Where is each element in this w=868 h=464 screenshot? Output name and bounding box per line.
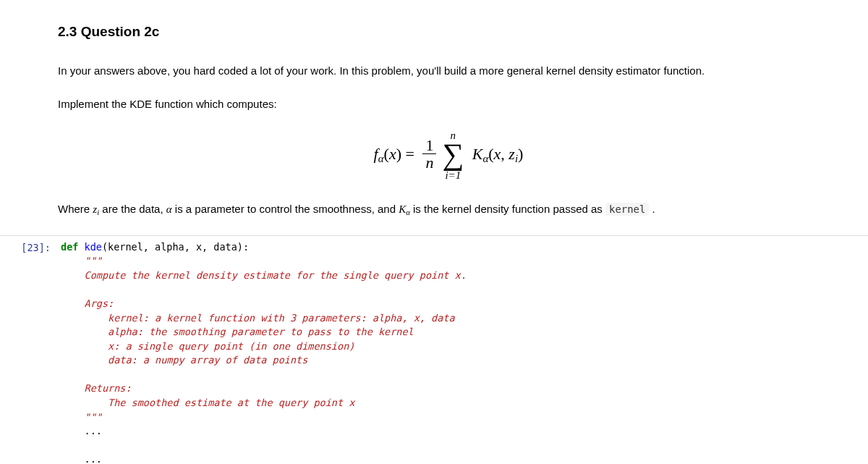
def-keyword: def [61, 241, 78, 253]
page-root: 2.3 Question 2c In your answers above, y… [0, 0, 868, 464]
zi-z: z [509, 145, 515, 163]
ellipsis-1: ... [61, 425, 102, 436]
fraction: 1n [422, 138, 436, 171]
formula-block: fα(x) = 1nn∑i=1 Kα(x, zi) [58, 130, 839, 181]
denominator: n [422, 153, 436, 171]
docstring-line: Compute the kernel density estimate for … [61, 269, 467, 281]
input-prompt: [23]: [0, 236, 58, 464]
text-prefix: Where [58, 203, 93, 215]
code-area[interactable]: def kde(kernel, alpha, x, data): """ Com… [58, 236, 868, 464]
kde-formula: fα(x) = 1nn∑i=1 Kα(x, zi) [374, 130, 524, 181]
docstring-arg-kernel: kernel: a kernel function with 3 paramet… [61, 312, 455, 324]
docstring-arg-x: x: a single query point (in one dimensio… [61, 340, 354, 352]
sigma-symbol: ∑ [442, 142, 464, 168]
x-arg-2: x [494, 145, 501, 163]
f-subscript: α [378, 153, 384, 164]
close-paren-1: ) [396, 145, 401, 163]
docstring-args-label: Args: [61, 298, 114, 309]
ellipsis-2: ... [61, 453, 102, 464]
alpha-inline: α [166, 203, 172, 215]
zi-inline: zi [93, 203, 99, 215]
sum-lower: i=1 [442, 168, 464, 181]
docstring-close: """ [61, 411, 102, 423]
text-suffix: . [649, 203, 655, 215]
function-name: kde [85, 241, 102, 253]
code-cell: [23]: def kde(kernel, alpha, x, data): "… [0, 235, 868, 464]
numerator: 1 [422, 138, 436, 153]
instruction-paragraph: Implement the KDE function which compute… [58, 96, 839, 113]
explanation-paragraph: Where zi are the data, α is a parameter … [58, 201, 839, 218]
comma: , [501, 145, 509, 163]
section-heading: 2.3 Question 2c [58, 22, 839, 43]
text-mid3: is the kernel density function passed as [410, 203, 605, 215]
equals-sign: = [401, 145, 418, 163]
kernel-code-inline: kernel [605, 203, 649, 216]
open-paren-1: ( [384, 145, 389, 163]
K-symbol: K [472, 145, 483, 163]
docstring-return-line: The smoothed estimate at the query point… [61, 397, 354, 408]
signature: (kernel, alpha, x, data): [102, 241, 249, 253]
markdown-cell: 2.3 Question 2c In your answers above, y… [0, 22, 868, 218]
intro-paragraph: In your answers above, you hard coded a … [58, 63, 839, 80]
x-arg-1: x [389, 145, 396, 163]
docstring-arg-alpha: alpha: the smoothing parameter to pass t… [61, 326, 414, 337]
text-mid1: are the data, [99, 203, 166, 215]
open-paren-2: ( [488, 145, 493, 163]
docstring-open: """ [61, 255, 102, 266]
docstring-returns-label: Returns: [61, 382, 132, 394]
docstring-arg-data: data: a numpy array of data points [61, 354, 307, 366]
close-paren-2: ) [518, 145, 523, 163]
text-mid2: is a parameter to control the smoothness… [172, 203, 399, 215]
summation: n∑i=1 [442, 130, 464, 181]
K-alpha-inline: Kα [399, 203, 410, 215]
